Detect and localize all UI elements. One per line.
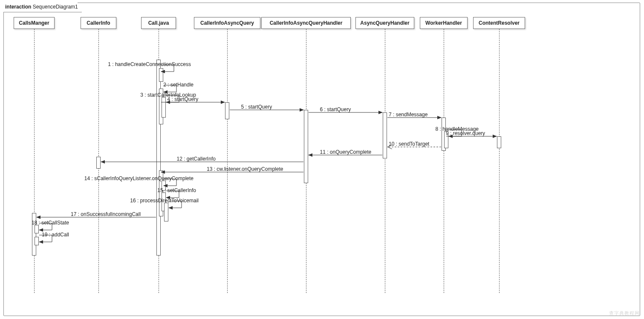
- activation-bar: [32, 213, 36, 256]
- participant-box: CallerInfo: [81, 17, 116, 29]
- participant-box: CallerInfoAsyncQuery: [194, 17, 260, 29]
- message-label: 12 : getCallerInfo: [177, 156, 216, 162]
- participant-label: AsyncQueryHandler: [360, 20, 409, 26]
- activation-bar: [383, 112, 387, 158]
- participant-label: CallerInfo: [87, 20, 110, 26]
- message-label: 10 : sendToTarget: [389, 141, 429, 147]
- participant-box: AsyncQueryHandler: [355, 17, 414, 29]
- message-label: 9 : resolver.query: [446, 130, 485, 136]
- message-label: 4 : startQuery: [167, 96, 199, 102]
- message-label: 2 : setHandle: [163, 82, 193, 88]
- participant-label: Call.java: [148, 20, 169, 26]
- message-label: 1 : handleCreateConnectionSuccess: [108, 61, 191, 67]
- message-label: 6 : startQuery: [320, 106, 351, 112]
- participant-box: Call.java: [141, 17, 176, 29]
- message-label: 7 : sendMessage: [389, 112, 427, 118]
- frame-kind: interaction: [5, 4, 31, 10]
- participant-label: CallsManger: [19, 20, 49, 26]
- participant-box: WorkerHandler: [420, 17, 468, 29]
- participant-label: WorkerHandler: [425, 20, 462, 26]
- participant-box: CallsManger: [14, 17, 55, 29]
- message-label: 17 : onSuccessfulIncomingCall: [71, 211, 141, 217]
- message-label: 15 : setCallerInfo: [157, 187, 196, 193]
- interaction-frame-tab: interaction SequenceDiagram1: [3, 3, 82, 12]
- message-label: 18 : setCallState: [32, 220, 69, 226]
- activation-bar: [497, 136, 501, 148]
- frame-name: SequenceDiagram1: [33, 4, 78, 10]
- lifeline: [499, 29, 500, 293]
- participant-box: ContentResolver: [473, 17, 525, 29]
- watermark: 查字典教程网: [609, 310, 640, 316]
- participant-label: CallerInfoAsyncQueryHandler: [270, 20, 343, 26]
- message-label: 19 : addCall: [42, 232, 69, 238]
- activation-bar: [35, 225, 39, 233]
- activation-bar: [304, 110, 308, 183]
- activation-bar: [159, 68, 163, 82]
- sequence-diagram-canvas: interaction SequenceDiagram1 CallsManger…: [0, 0, 644, 319]
- activation-bar: [162, 97, 166, 118]
- activation-bar: [225, 102, 229, 119]
- lifeline: [444, 29, 444, 293]
- message-label: 16 : processDirectToVoicemail: [130, 198, 199, 204]
- message-label: 5 : startQuery: [241, 104, 272, 110]
- message-label: 13 : cw.listener.onQueryComplete: [207, 166, 283, 172]
- message-label: 14 : sCallerInfoQueryListener.onQueryCom…: [84, 175, 193, 181]
- lifeline: [227, 29, 228, 293]
- activation-bar: [164, 203, 168, 221]
- activation-bar: [35, 237, 39, 245]
- message-label: 11 : onQueryComplete: [320, 149, 372, 155]
- participant-label: CallerInfoAsyncQuery: [200, 20, 254, 26]
- participant-label: ContentResolver: [479, 20, 520, 26]
- participant-box: CallerInfoAsyncQueryHandler: [261, 17, 351, 29]
- activation-bar: [96, 157, 101, 169]
- lifeline: [385, 29, 385, 293]
